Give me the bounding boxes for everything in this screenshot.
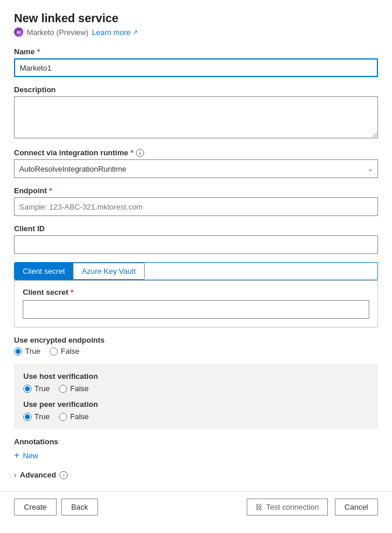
encrypted-true-option[interactable]: True <box>14 347 40 356</box>
chevron-right-icon: › <box>14 471 16 479</box>
peer-radio-group: True False <box>23 412 369 421</box>
verification-box: Use host verification True False Use pee… <box>14 364 378 429</box>
client-id-field-group: Client ID <box>14 224 378 254</box>
external-link-icon: ↗ <box>132 29 138 36</box>
link-icon: ⛓ <box>256 503 262 511</box>
learn-more-link[interactable]: Learn more ↗ <box>92 28 137 37</box>
runtime-select[interactable]: AutoResolveIntegrationRuntime <box>14 159 378 178</box>
annotations-label: Annotations <box>14 437 378 446</box>
host-radio-group: True False <box>23 384 369 393</box>
host-verification-section: Use host verification True False <box>23 372 369 393</box>
endpoint-label: Endpoint * <box>14 186 378 195</box>
runtime-select-container: AutoResolveIntegrationRuntime ⌄ <box>14 159 378 178</box>
name-input[interactable] <box>14 58 378 77</box>
create-button[interactable]: Create <box>14 499 57 515</box>
description-label: Description <box>14 85 378 94</box>
encrypted-false-option[interactable]: False <box>50 347 79 356</box>
marketo-icon: M <box>14 27 23 37</box>
host-verification-label: Use host verification <box>23 372 369 381</box>
new-annotation-button[interactable]: + New <box>14 448 38 462</box>
peer-true-option[interactable]: True <box>23 412 50 421</box>
client-secret-inner-label: Client secret * <box>23 288 369 297</box>
host-false-radio[interactable] <box>59 385 67 393</box>
advanced-label: Advanced <box>20 471 56 479</box>
client-id-input[interactable] <box>14 235 378 254</box>
peer-true-radio[interactable] <box>23 413 32 421</box>
annotations-section: Annotations + New <box>14 437 378 462</box>
client-secret-input[interactable] <box>23 300 369 319</box>
encrypted-radio-group: True False <box>14 347 378 356</box>
endpoint-required: * <box>49 186 52 195</box>
encrypted-false-radio[interactable] <box>50 347 58 356</box>
panel-title: New linked service <box>14 12 378 25</box>
test-connection-button[interactable]: ⛓ Test connection <box>247 499 327 515</box>
peer-verification-label: Use peer verification <box>23 400 369 409</box>
footer-right-buttons: ⛓ Test connection Cancel <box>247 499 378 515</box>
tab-azure-key-vault[interactable]: Azure Key Vault <box>73 263 144 280</box>
encrypted-endpoints-label: Use encrypted endpoints <box>14 336 378 344</box>
tab-client-secret[interactable]: Client secret <box>15 263 73 280</box>
advanced-info-icon[interactable]: i <box>60 471 68 479</box>
footer-left-buttons: Create Back <box>14 499 98 515</box>
encrypted-true-radio[interactable] <box>14 347 22 356</box>
client-secret-content-box: Client secret * <box>14 280 378 328</box>
back-button[interactable]: Back <box>61 499 98 515</box>
plus-icon: + <box>14 451 19 460</box>
name-field-group: Name * <box>14 47 378 77</box>
description-field-group: Description <box>14 85 378 140</box>
client-id-label: Client ID <box>14 224 378 233</box>
name-label: Name * <box>14 47 378 56</box>
advanced-section[interactable]: › Advanced i <box>14 471 378 479</box>
host-true-radio[interactable] <box>23 385 32 393</box>
runtime-required: * <box>131 148 134 157</box>
client-secret-required: * <box>71 288 74 297</box>
runtime-info-icon[interactable]: i <box>136 149 144 157</box>
host-false-option[interactable]: False <box>59 384 89 393</box>
cancel-button[interactable]: Cancel <box>335 499 378 515</box>
peer-verification-section: Use peer verification True False <box>23 400 369 421</box>
endpoint-input[interactable] <box>14 197 378 216</box>
footer: Create Back ⛓ Test connection Cancel <box>0 491 392 522</box>
peer-false-radio[interactable] <box>59 413 67 421</box>
host-true-option[interactable]: True <box>23 384 50 393</box>
secret-tab-group: Client secret Azure Key Vault Client sec… <box>14 262 378 336</box>
description-input[interactable] <box>14 96 378 138</box>
peer-false-option[interactable]: False <box>59 412 89 421</box>
service-subtitle: Marketo (Preview) <box>27 28 88 37</box>
runtime-field-group: Connect via integration runtime * i Auto… <box>14 148 378 178</box>
name-required: * <box>37 47 40 56</box>
encrypted-endpoints-group: Use encrypted endpoints True False <box>14 336 378 356</box>
runtime-label: Connect via integration runtime * i <box>14 148 378 157</box>
endpoint-field-group: Endpoint * <box>14 186 378 216</box>
tab-container: Client secret Azure Key Vault <box>14 262 378 280</box>
